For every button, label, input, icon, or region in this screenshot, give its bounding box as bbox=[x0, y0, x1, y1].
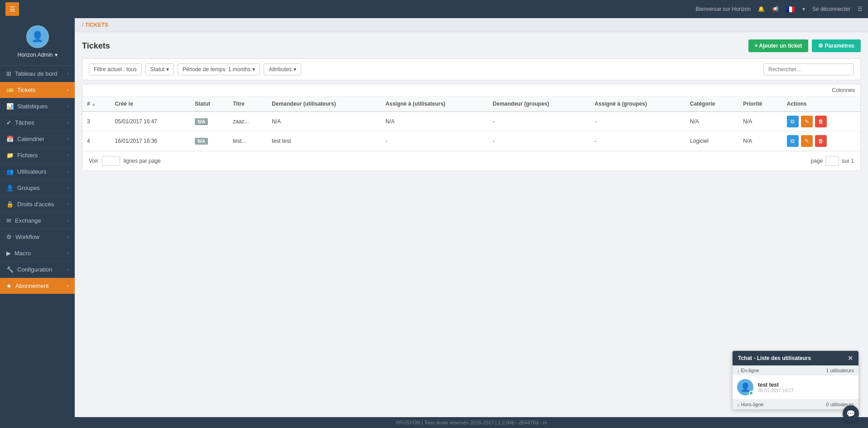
chat-header: Tchat - Liste des utilisateurs ✕ bbox=[733, 351, 858, 365]
edit-button[interactable]: ✎ bbox=[801, 135, 813, 147]
sidebar-item-groupes[interactable]: 👤 Groupes › bbox=[0, 180, 75, 196]
th-created: Créé le bbox=[111, 97, 190, 112]
utilisateurs-icon: 👥 bbox=[6, 168, 14, 175]
td-priority: N/A bbox=[738, 112, 782, 131]
calendrier-icon: 📅 bbox=[6, 136, 14, 142]
tickets-icon: 🎫 bbox=[6, 87, 14, 93]
sidebar-item-arrow: › bbox=[67, 267, 68, 272]
announcement-icon[interactable]: 📢 bbox=[772, 6, 779, 12]
td-requester_groups: - bbox=[488, 131, 590, 151]
sidebar-item-label: Macro bbox=[14, 250, 31, 257]
online-label: ↓ En-ligne bbox=[737, 368, 759, 373]
sidebar-item-inner: 📁 Fichiers bbox=[6, 152, 38, 159]
sidebar-item-label: Groupes bbox=[17, 185, 40, 191]
sidebar-item-droits-acces[interactable]: 🔒 Droits d'accès › bbox=[0, 196, 75, 213]
th-num[interactable]: #▲ bbox=[82, 97, 111, 112]
edit-button[interactable]: ✎ bbox=[801, 116, 813, 127]
columns-bar[interactable]: Colonnes bbox=[82, 84, 860, 97]
sidebar-menu: ⊞ Tableau de bord › 🎫 Tickets › 📊 Statis… bbox=[0, 66, 75, 428]
page-actions: + Ajouter un ticket ⚙ Paramètres bbox=[748, 39, 861, 52]
flag-dropdown-icon[interactable]: ▾ bbox=[802, 6, 805, 12]
sidebar-item-fichiers[interactable]: 📁 Fichiers › bbox=[0, 147, 75, 164]
td-num: 3 bbox=[82, 112, 111, 131]
sidebar-item-arrow: › bbox=[67, 104, 68, 109]
sidebar-item-macro[interactable]: ▶ Macro › bbox=[0, 245, 75, 262]
th-requester_users: Demandeur (utilisateurs) bbox=[267, 97, 381, 112]
sidebar-item-tickets[interactable]: 🎫 Tickets › bbox=[0, 82, 75, 98]
view-button[interactable]: ⧉ bbox=[787, 135, 799, 147]
sidebar-item-inner: 📅 Calendrier bbox=[6, 136, 44, 142]
sidebar-item-calendrier[interactable]: 📅 Calendrier › bbox=[0, 131, 75, 147]
sidebar-item-abonnement[interactable]: ★ Abonnement › bbox=[0, 278, 75, 294]
sidebar-username[interactable]: Horizon Admin ▾ bbox=[17, 52, 57, 58]
groupes-icon: 👤 bbox=[6, 185, 14, 191]
sidebar-item-arrow: › bbox=[67, 185, 68, 190]
sidebar-item-label: Configuration bbox=[17, 266, 52, 273]
sidebar-item-label: Droits d'accès bbox=[17, 201, 54, 208]
view-button[interactable]: ⧉ bbox=[787, 116, 799, 127]
settings-button[interactable]: ⚙ Paramètres bbox=[812, 39, 861, 52]
macro-icon: ▶ bbox=[6, 250, 11, 257]
sidebar-item-inner: ⚙ Workflow bbox=[6, 233, 39, 240]
time-period-btn[interactable]: Période de temps: 1.months ▾ bbox=[178, 63, 260, 75]
sidebar-item-label: Calendrier bbox=[17, 136, 44, 142]
page-size-input[interactable]: 10 bbox=[102, 156, 120, 166]
status-filter-btn[interactable]: Statut ▾ bbox=[145, 63, 174, 75]
sidebar-item-exchange[interactable]: ✉ Exchange › bbox=[0, 213, 75, 229]
online-indicator bbox=[749, 391, 753, 395]
flag-selector[interactable]: 🇫🇷 bbox=[786, 5, 795, 14]
abonnement-icon: ★ bbox=[6, 282, 12, 289]
top-navbar: ☰ Bienvenue sur Horizon 🔔 📢 🇫🇷 ▾ Se déco… bbox=[0, 0, 868, 18]
chat-user-time: 30-01-2017 14:27 bbox=[758, 388, 794, 393]
td-requester_users: N/A bbox=[267, 112, 381, 131]
sidebar-item-arrow: › bbox=[67, 120, 68, 125]
add-ticket-button[interactable]: + Ajouter un ticket bbox=[748, 39, 809, 52]
footer: ©FUSYON | Tous droits réservés 2016-2017… bbox=[75, 417, 868, 428]
sidebar-item-tableau-de-bord[interactable]: ⊞ Tableau de bord › bbox=[0, 66, 75, 82]
sidebar-item-inner: 🔒 Droits d'accès bbox=[6, 201, 54, 208]
delete-button[interactable]: 🗑 bbox=[815, 135, 827, 147]
page-header: Tickets + Ajouter un ticket ⚙ Paramètres bbox=[82, 39, 861, 52]
sidebar-item-configuration[interactable]: 🔧 Configuration › bbox=[0, 262, 75, 278]
current-filter-btn[interactable]: Filtre actuel : tous bbox=[89, 63, 142, 75]
sidebar-item-inner: 👥 Utilisateurs bbox=[6, 168, 46, 175]
sidebar-item-label: Exchange bbox=[15, 217, 41, 224]
sidebar-user: 👤 Horizon Admin ▾ bbox=[0, 18, 75, 66]
th-priority: Priorité bbox=[738, 97, 782, 112]
statistiques-icon: 📊 bbox=[6, 103, 14, 110]
sidebar-item-label: Workflow bbox=[15, 233, 39, 240]
sidebar-item-workflow[interactable]: ⚙ Workflow › bbox=[0, 229, 75, 245]
footer-text: ©FUSYON | Tous droits réservés 2016-2017… bbox=[395, 420, 547, 425]
pagination-bar: Voir 10 lignes par page page 1 sur 1 bbox=[82, 151, 860, 170]
sidebar-item-label: Fichiers bbox=[17, 152, 38, 159]
sidebar-item-statistiques[interactable]: 📊 Statistiques › bbox=[0, 98, 75, 115]
chat-user-item[interactable]: 👤 test test 30-01-2017 14:27 bbox=[733, 375, 858, 399]
td-created: 16/01/2017 16:36 bbox=[111, 131, 190, 151]
pagination-right: page 1 sur 1 bbox=[811, 156, 854, 166]
td-status: N/A bbox=[190, 131, 228, 151]
page-number-input[interactable]: 1 bbox=[825, 156, 839, 166]
disconnect-link[interactable]: Se déconnecter bbox=[812, 6, 850, 12]
sidebar-item-utilisateurs[interactable]: 👥 Utilisateurs › bbox=[0, 164, 75, 180]
chat-close-button[interactable]: ✕ bbox=[848, 355, 853, 362]
tableau-de-bord-icon: ⊞ bbox=[6, 70, 11, 77]
td-requester_users: test test bbox=[267, 131, 381, 151]
attributes-btn[interactable]: Attributes ▾ bbox=[264, 63, 301, 75]
navbar-right: Bienvenue sur Horizon 🔔 📢 🇫🇷 ▾ Se déconn… bbox=[696, 5, 863, 14]
sidebar-item-taches[interactable]: ✔ Tâches › bbox=[0, 115, 75, 131]
menu-icon[interactable]: ☰ bbox=[858, 6, 863, 12]
notification-icon[interactable]: 🔔 bbox=[758, 6, 765, 12]
columns-label: Colonnes bbox=[832, 87, 855, 93]
sidebar: 👤 Horizon Admin ▾ ⊞ Tableau de bord › 🎫 … bbox=[0, 18, 75, 428]
td-title: zaaz... bbox=[228, 112, 267, 131]
delete-button[interactable]: 🗑 bbox=[815, 116, 827, 127]
search-input[interactable] bbox=[763, 63, 854, 75]
td-category: Logiciel bbox=[685, 131, 738, 151]
chat-offline-section: ↓ Hors-ligne 0 utilisateurs bbox=[733, 399, 858, 409]
breadcrumb: / TICKETS bbox=[75, 18, 868, 32]
chat-fab-button[interactable]: 💬 bbox=[843, 405, 859, 422]
table-row: 305/01/2017 16:47N/Azaaz...N/AN/A--N/AN/… bbox=[82, 112, 860, 131]
td-title: test... bbox=[228, 131, 267, 151]
sidebar-item-arrow: › bbox=[67, 218, 68, 223]
hamburger-button[interactable]: ☰ bbox=[5, 2, 19, 16]
